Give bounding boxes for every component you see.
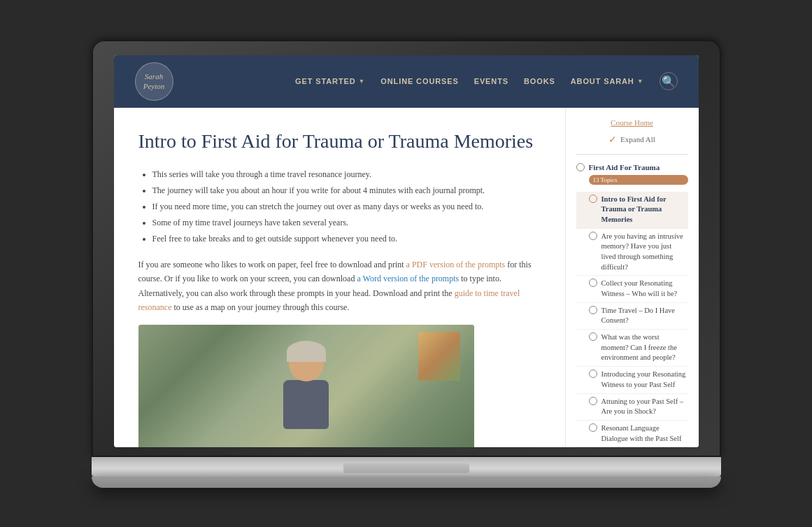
list-item: If you need more time, you can stretch t… <box>152 200 541 213</box>
intro-paragraph: If you are someone who likes to work on … <box>138 258 541 315</box>
chevron-down-icon: ▼ <box>637 78 644 85</box>
course-home-link[interactable]: Course Home <box>576 118 688 127</box>
pdf-link[interactable]: a PDF version of the prompts <box>406 260 506 269</box>
lesson-item-4[interactable]: Time Travel – Do I Have Consent? <box>576 303 688 330</box>
site-header: Sarah Peyton GET STARTED ▼ ONLINE COURSE… <box>114 55 699 108</box>
chevron-down-icon: ▼ <box>359 78 366 85</box>
course-sidebar: Course Home ✓ Expand All First Aid For T… <box>566 108 699 447</box>
lesson-item-2[interactable]: Are you having an intrusive memory? Have… <box>576 229 688 276</box>
laptop-bottom <box>92 477 721 488</box>
intro-bullet-list: This series will take you through a time… <box>138 168 541 245</box>
screen-bezel: Sarah Peyton GET STARTED ▼ ONLINE COURSE… <box>92 40 721 457</box>
lesson-item-6[interactable]: Introducing your Resonating Witness to y… <box>576 367 688 393</box>
word-link[interactable]: a Word version of the prompts <box>357 274 459 283</box>
website: Sarah Peyton GET STARTED ▼ ONLINE COURSE… <box>114 55 699 447</box>
lesson-radio <box>589 397 597 405</box>
logo-text-line1: Sarah <box>145 71 163 81</box>
lesson-item-1[interactable]: Intro to First Aid for Trauma or Trauma … <box>576 192 688 229</box>
search-button[interactable]: 🔍 <box>660 72 678 90</box>
laptop-screen: Sarah Peyton GET STARTED ▼ ONLINE COURSE… <box>114 55 699 447</box>
list-item: The journey will take you about an hour … <box>152 184 541 197</box>
nav-about-sarah[interactable]: ABOUT SARAH ▼ <box>571 77 644 85</box>
expand-all-button[interactable]: ✓ Expand All <box>576 134 688 146</box>
lesson-item-3[interactable]: Collect your Resonating Witness – Who wi… <box>576 276 688 302</box>
expand-all-label: Expand All <box>620 135 655 143</box>
expand-icon: ✓ <box>608 134 617 146</box>
laptop-base <box>92 457 721 477</box>
lesson-item-5[interactable]: What was the worst moment? Can I freeze … <box>576 330 688 367</box>
main-content: Intro to First Aid for Trauma or Trauma … <box>114 108 566 447</box>
topics-badge: 13 Topics <box>589 175 688 185</box>
site-nav: GET STARTED ▼ ONLINE COURSES EVENTS BOOK… <box>295 72 677 90</box>
video-frame <box>138 325 474 447</box>
trackpad <box>343 463 469 473</box>
nav-online-courses[interactable]: ONLINE COURSES <box>380 77 458 85</box>
paragraph-text-end: to use as a map on your journey through … <box>171 302 349 312</box>
lesson-item-7[interactable]: Attuning to your Past Self – Are you in … <box>576 394 688 421</box>
lesson-radio <box>589 332 597 341</box>
list-item: Some of my time travel journeys have tak… <box>152 216 541 229</box>
laptop-device: Sarah Peyton GET STARTED ▼ ONLINE COURSE… <box>92 40 721 488</box>
lesson-item-8[interactable]: Resonant Language Dialogue with the Past… <box>576 421 688 447</box>
nav-books[interactable]: BOOKS <box>524 77 555 85</box>
list-item: Feel free to take breaks and to get outs… <box>152 232 541 245</box>
page-title: Intro to First Aid for Trauma or Trauma … <box>138 129 541 154</box>
sidebar-divider <box>576 154 688 155</box>
sidebar-course-title: First Aid For Trauma <box>576 163 688 171</box>
list-item: This series will take you through a time… <box>152 168 541 181</box>
lesson-radio <box>589 370 597 378</box>
nav-get-started[interactable]: GET STARTED ▼ <box>295 77 365 85</box>
video-thumbnail[interactable] <box>138 325 474 447</box>
lesson-radio <box>589 423 597 432</box>
site-main: Intro to First Aid for Trauma or Trauma … <box>114 108 699 447</box>
lesson-radio <box>589 195 597 203</box>
search-icon: 🔍 <box>662 75 676 88</box>
site-logo: Sarah Peyton <box>135 62 173 101</box>
logo-text-line2: Peyton <box>143 81 165 91</box>
lesson-radio <box>589 279 597 287</box>
paragraph-text: If you are someone who likes to work on … <box>138 260 406 269</box>
lesson-radio <box>589 232 597 240</box>
course-radio <box>576 163 585 171</box>
logo-circle[interactable]: Sarah Peyton <box>135 62 173 101</box>
lesson-radio <box>589 306 597 314</box>
nav-events[interactable]: EVENTS <box>474 77 508 85</box>
